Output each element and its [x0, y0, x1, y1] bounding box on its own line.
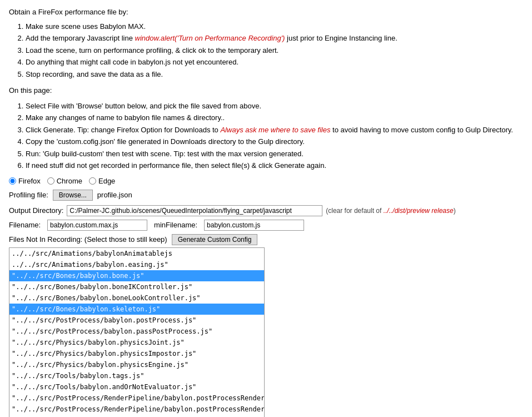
list-item[interactable]: "../../src/PostProcess/babylon.passPostP…	[9, 326, 264, 337]
list-item[interactable]: "../../src/Physics/babylon.physicsImpost…	[9, 348, 264, 359]
intro-steps-list: Make sure scene uses Babylon MAX. Add th…	[26, 21, 523, 80]
output-dir-input[interactable]	[67, 205, 322, 216]
on-page-step-4: Copy the 'custom.cofig.json' file genera…	[26, 136, 523, 147]
list-item[interactable]: "../../src/PostProcess/RenderPipeline/ba…	[9, 393, 264, 404]
filename-row: Filename: minFilename:	[9, 220, 523, 231]
browse-button[interactable]: Browse...	[53, 190, 93, 201]
list-item[interactable]: "../../src/Bones/babylon.skeleton.js"	[9, 304, 264, 315]
output-dir-row: Output Directory: (clear for default of …	[9, 205, 523, 216]
files-header-row: Files Not In Recording: (Select those to…	[9, 234, 523, 245]
intro-step-1: Make sure scene uses Babylon MAX.	[26, 21, 523, 32]
list-item[interactable]: "../../src/PostProcess/RenderPipeline/ba…	[9, 404, 264, 415]
firefox-label: Firefox	[18, 176, 41, 187]
intro-step-5: Stop recording, and save the data as a f…	[26, 69, 523, 80]
on-page-title: On this page:	[9, 85, 523, 96]
filename-label: Filename:	[9, 220, 41, 231]
on-page-step-6: If need stuff did not get recorded in pe…	[26, 160, 523, 171]
intro-step-4: Do anything that might call code in baby…	[26, 57, 523, 68]
intro-step-2: Add the temporary Javascript line Add th…	[26, 33, 523, 44]
output-dir-label: Output Directory:	[9, 205, 63, 216]
list-item[interactable]: "../../src/Bones/babylon.boneIKControlle…	[9, 281, 264, 292]
profiling-label: Profiling file:	[9, 190, 48, 201]
on-page-steps-list: Select File with 'Browse' button below, …	[26, 101, 523, 171]
on-page-step-2: Make any changes of name to babylon file…	[26, 112, 523, 123]
profiling-row: Profiling file: Browse... profile.json	[9, 190, 523, 201]
edge-label: Edge	[98, 176, 115, 187]
on-page-step-3: Click Generate. Tip: change Firefox Opti…	[26, 125, 523, 136]
list-item[interactable]: "../../src/Tools/babylon.tags.js"	[9, 370, 264, 381]
files-section-label: Files Not In Recording: (Select those to…	[9, 234, 167, 245]
list-item[interactable]: ../../src/Animations/babylon.easing.js"	[9, 259, 264, 270]
profiling-filename: profile.json	[97, 190, 132, 201]
browser-radio-group: Firefox Chrome Edge	[9, 176, 523, 187]
obtain-title: Obtain a FireFox performance file by:	[9, 7, 523, 18]
filename-input[interactable]	[47, 220, 147, 231]
min-filename-input[interactable]	[204, 220, 304, 231]
chrome-radio[interactable]	[47, 177, 54, 185]
alert-code-display: window.alert('Turn on Performance Record…	[135, 34, 285, 42]
min-filename-label: minFilename:	[154, 220, 197, 231]
edge-radio[interactable]	[89, 177, 96, 185]
list-item[interactable]: "../../src/Tools/babylon.andOrNotEvaluat…	[9, 381, 264, 393]
on-page-step-1: Select File with 'Browse' button below, …	[26, 101, 523, 112]
files-list[interactable]: ../../src/Animations/babylonAnimatablejs…	[9, 247, 265, 417]
chrome-radio-label[interactable]: Chrome	[47, 176, 82, 187]
clear-link: ../../dist/preview release	[384, 207, 454, 215]
firefox-radio[interactable]	[9, 177, 16, 185]
edge-radio-label[interactable]: Edge	[89, 176, 115, 187]
list-item[interactable]: ../../src/Animations/babylonAnimatablejs	[9, 248, 264, 259]
on-page-step-5: Run: 'Gulp build-custom' then test with …	[26, 148, 523, 160]
chrome-label: Chrome	[57, 176, 82, 187]
intro-step-3: Load the scene, turn on performance prof…	[26, 45, 523, 56]
always-ask-link: Always ask me where to save files	[220, 126, 330, 134]
list-item[interactable]: "../../src/Physics/babylon.physicsEngine…	[9, 359, 264, 370]
list-item[interactable]: "../../src/PostProcess/babylon.postProce…	[9, 315, 264, 326]
firefox-radio-label[interactable]: Firefox	[9, 176, 41, 187]
list-item[interactable]: "../../src/Physics/babylon.physicsJoint.…	[9, 337, 264, 348]
list-item[interactable]: "../../src/Bones/babylon.boneLookControl…	[9, 292, 264, 304]
clear-label: (clear for default of ../../dist/preview…	[326, 206, 455, 216]
list-item[interactable]: "../../src/PostProcess/RenderPipeline/ba…	[9, 415, 264, 417]
generate-button[interactable]: Generate Custom Config	[172, 234, 258, 245]
list-item[interactable]: "../../src/Bones/babylon.bone.js"	[9, 270, 264, 281]
